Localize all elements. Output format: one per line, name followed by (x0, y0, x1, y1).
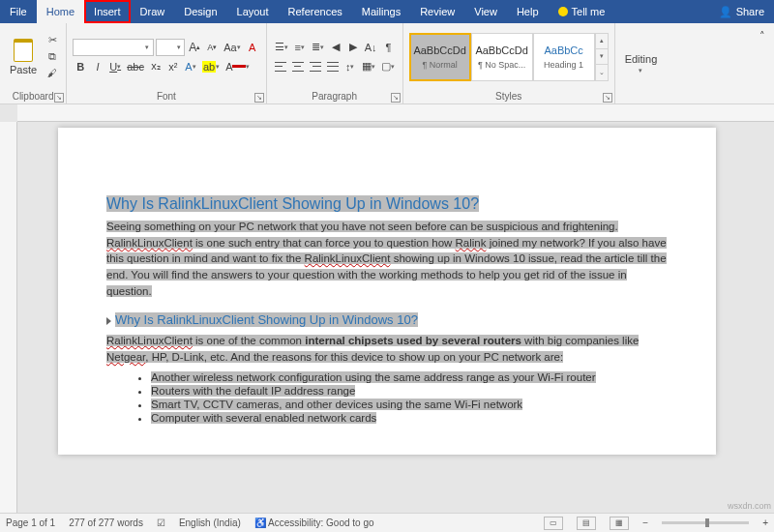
group-label-paragraph: Paragraph ↘ (267, 90, 402, 103)
font-color-button[interactable]: A▾ (223, 58, 252, 75)
zoom-out-button[interactable]: − (642, 517, 648, 528)
group-clipboard: Paste Clipboard ↘ (0, 23, 67, 103)
group-label-clipboard: Clipboard ↘ (0, 90, 66, 103)
doc-paragraph[interactable]: Seeing something on your PC network that… (106, 219, 668, 299)
align-left-button[interactable] (273, 58, 288, 75)
sort-button[interactable]: A↓ (363, 39, 379, 56)
style-name: ¶ No Spac... (478, 60, 525, 70)
show-marks-button[interactable]: ¶ (380, 39, 396, 56)
list-item[interactable]: Routers with the default IP address rang… (151, 385, 668, 397)
collapse-triangle-icon[interactable] (106, 317, 111, 325)
style-name: ¶ Normal (422, 60, 457, 70)
view-web-layout-button[interactable]: ▦ (610, 517, 629, 530)
italic-button[interactable]: I (90, 58, 105, 75)
group-label-font: Font ↘ (67, 90, 265, 103)
chevron-down-icon: ▾ (639, 67, 642, 74)
status-language[interactable]: English (India) (179, 517, 241, 528)
group-styles: AaBbCcDd ¶ Normal AaBbCcDd ¶ No Spac... … (403, 23, 615, 103)
list-item[interactable]: Computer with several enabled network ca… (151, 412, 668, 424)
document-page[interactable]: Why Is RalinkLinuxClient Showing Up in W… (58, 128, 716, 455)
superscript-button[interactable]: x² (165, 58, 181, 75)
style-preview: AaBbCc (544, 44, 582, 56)
collapse-ribbon-button[interactable]: ˄ (755, 27, 770, 44)
align-center-button[interactable] (290, 58, 306, 75)
increase-indent-button[interactable]: ▶ (345, 39, 361, 56)
group-font: ▾ ▾ A▴ A▾ Aa▾ A B I U▾ abc x₂ x² A▾ ab▾ … (67, 23, 266, 103)
clipboard-icon (14, 39, 33, 62)
tab-mailings[interactable]: Mailings (352, 0, 410, 23)
styles-gallery-scroll[interactable]: ▴▾⌄ (595, 33, 609, 81)
tab-home[interactable]: Home (37, 0, 84, 23)
doc-paragraph[interactable]: RalinkLinuxClient is one of the common i… (106, 333, 668, 365)
cut-button[interactable] (45, 34, 60, 47)
zoom-slider[interactable] (662, 521, 749, 524)
status-word-count[interactable]: 277 of 277 words (69, 517, 143, 528)
list-item[interactable]: Another wireless network configuration u… (151, 371, 668, 383)
zoom-in-button[interactable]: + (762, 517, 768, 528)
view-read-mode-button[interactable]: ▭ (544, 517, 563, 530)
list-item[interactable]: Smart TV, CCTV cameras, and other device… (151, 399, 668, 410)
style-name: Heading 1 (544, 60, 583, 70)
borders-button[interactable]: ▢▾ (379, 58, 397, 75)
underline-button[interactable]: U▾ (107, 58, 123, 75)
paragraph-launcher[interactable]: ↘ (391, 93, 401, 103)
clear-formatting-button[interactable]: A (245, 39, 260, 56)
status-page[interactable]: Page 1 of 1 (6, 517, 55, 528)
change-case-button[interactable]: Aa▾ (222, 39, 242, 56)
tell-me-search[interactable]: Tell me (549, 0, 615, 23)
tab-draw[interactable]: Draw (131, 0, 175, 23)
tab-references[interactable]: References (279, 0, 352, 23)
subscript-button[interactable]: x₂ (148, 58, 164, 75)
bullets-button[interactable]: ☰▾ (273, 39, 290, 56)
paste-button[interactable]: Paste (6, 37, 41, 77)
status-spellcheck-icon[interactable]: ☑ (157, 517, 165, 528)
numbering-button[interactable]: ≡▾ (292, 39, 308, 56)
style-heading-1[interactable]: AaBbCc Heading 1 (533, 33, 595, 81)
bold-button[interactable]: B (73, 58, 88, 75)
watermark-text: wsxdn.com (728, 501, 771, 511)
editing-label[interactable]: Editing (625, 53, 658, 65)
multilevel-button[interactable]: ≣▾ (310, 39, 326, 56)
copy-button[interactable] (45, 50, 60, 64)
tab-file[interactable]: File (0, 0, 37, 23)
style-normal[interactable]: AaBbCcDd ¶ Normal (409, 33, 471, 81)
tab-view[interactable]: View (464, 0, 507, 23)
align-right-button[interactable] (308, 58, 323, 75)
ribbon: Paste Clipboard ↘ ▾ ▾ A▴ A▾ Aa▾ A (0, 23, 774, 104)
tell-me-label: Tell me (572, 6, 606, 17)
doc-heading-2[interactable]: Why Is RalinkLinuxClient Showing Up in W… (106, 312, 668, 327)
clipboard-launcher[interactable]: ↘ (54, 93, 64, 103)
group-editing: Editing ▾ (615, 23, 668, 103)
shrink-font-button[interactable]: A▾ (204, 39, 220, 56)
font-launcher[interactable]: ↘ (254, 93, 264, 103)
styles-launcher[interactable]: ↘ (603, 93, 612, 103)
font-name-combo[interactable]: ▾ (73, 39, 154, 56)
status-accessibility[interactable]: ♿ Accessibility: Good to go (254, 517, 374, 528)
line-spacing-button[interactable]: ↕▾ (342, 58, 358, 75)
format-painter-button[interactable] (45, 67, 60, 80)
document-canvas[interactable]: Why Is RalinkLinuxClient Showing Up in W… (0, 104, 774, 513)
text-effects-button[interactable]: A▾ (183, 58, 198, 75)
highlight-button[interactable]: ab▾ (200, 58, 222, 75)
share-button[interactable]: 👤 Share (709, 0, 774, 23)
horizontal-ruler[interactable] (17, 104, 774, 122)
shading-button[interactable]: ▦▾ (360, 58, 377, 75)
tab-insert[interactable]: Insert (84, 0, 131, 23)
doc-heading-1[interactable]: Why Is RalinkLinuxClient Showing Up in W… (106, 195, 668, 213)
grow-font-button[interactable]: A▴ (187, 39, 202, 56)
paste-label: Paste (10, 64, 37, 75)
style-no-spacing[interactable]: AaBbCcDd ¶ No Spac... (471, 33, 533, 81)
strikethrough-button[interactable]: abc (125, 58, 146, 75)
doc-bullet-list[interactable]: Another wireless network configuration u… (151, 371, 668, 424)
tab-design[interactable]: Design (174, 0, 226, 23)
decrease-indent-button[interactable]: ◀ (328, 39, 343, 56)
tab-help[interactable]: Help (507, 0, 549, 23)
group-label-styles: Styles ↘ (403, 90, 614, 103)
justify-button[interactable] (325, 58, 341, 75)
view-print-layout-button[interactable]: ▤ (577, 517, 596, 530)
tab-layout[interactable]: Layout (227, 0, 279, 23)
font-size-combo[interactable]: ▾ (156, 39, 185, 56)
status-bar: Page 1 of 1 277 of 277 words ☑ English (… (0, 513, 774, 532)
tab-review[interactable]: Review (410, 0, 464, 23)
vertical-ruler[interactable] (0, 122, 17, 513)
